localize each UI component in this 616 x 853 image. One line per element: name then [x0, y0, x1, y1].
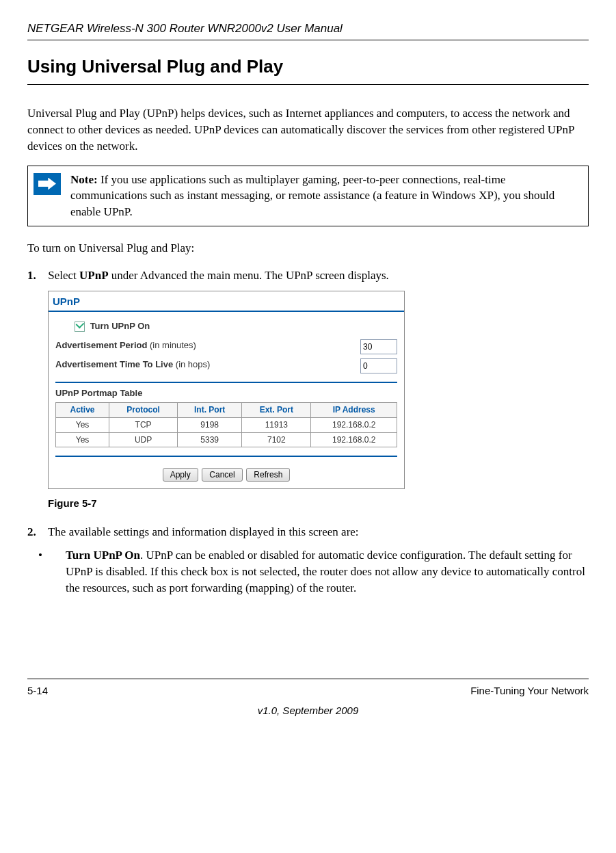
button-row: Apply Cancel Refresh — [55, 464, 397, 482]
bullet-item: •Turn UPnP On. UPnP can be enabled or di… — [66, 547, 589, 596]
note-arrow-icon — [34, 173, 61, 195]
refresh-button[interactable]: Refresh — [246, 468, 290, 482]
note-text: Note: If you use applications such as mu… — [68, 166, 588, 226]
step-1: 1. Select UPnP under Advanced the main m… — [27, 267, 589, 284]
step-2-text: The available settings and information d… — [48, 525, 359, 538]
cancel-button[interactable]: Cancel — [202, 468, 242, 482]
step-1-number: 1. — [27, 267, 45, 284]
heading-rule — [27, 84, 589, 85]
col-intport: Int. Port — [178, 402, 242, 417]
col-active: Active — [56, 402, 109, 417]
col-protocol: Protocol — [109, 402, 178, 417]
upnp-divider-2 — [55, 456, 397, 457]
intro-paragraph: Universal Plug and Play (UPnP) helps dev… — [27, 105, 589, 154]
cell-protocol: UDP — [109, 432, 178, 447]
cell-active: Yes — [56, 432, 109, 447]
note-body: If you use applications such as multipla… — [70, 173, 554, 219]
cell-extport: 7102 — [242, 432, 311, 447]
page-footer: 5-14 Fine-Tuning Your Network v1.0, Sept… — [27, 679, 589, 718]
document-header-title: NETGEAR Wireless-N 300 Router WNR2000v2 … — [27, 21, 589, 37]
procedure-intro: To turn on Universal Plug and Play: — [27, 240, 589, 257]
adv-ttl-hint: (in hops) — [173, 359, 210, 369]
footer-version: v1.0, September 2009 — [27, 703, 589, 718]
footer-chapter: Fine-Tuning Your Network — [470, 683, 589, 698]
footer-page-number: 5-14 — [27, 683, 48, 698]
note-label: Note: — [70, 173, 98, 186]
section-heading: Using Universal Plug and Play — [27, 54, 589, 79]
step-1-post: under Advanced the main menu. The UPnP s… — [109, 269, 389, 282]
table-header-row: Active Protocol Int. Port Ext. Port IP A… — [56, 402, 397, 417]
step-1-pre: Select — [48, 269, 79, 282]
note-box: Note: If you use applications such as mu… — [27, 166, 589, 226]
adv-ttl-label: Advertisement Time To Live — [55, 359, 173, 369]
upnp-divider — [55, 382, 397, 383]
adv-period-row: Advertisement Period (in minutes) — [55, 339, 397, 354]
adv-ttl-input[interactable] — [360, 358, 397, 373]
portmap-table: Active Protocol Int. Port Ext. Port IP A… — [55, 402, 397, 447]
cell-intport: 9198 — [178, 417, 242, 432]
step-2: 2. The available settings and informatio… — [27, 524, 589, 540]
bullet-dot-icon: • — [52, 547, 66, 564]
figure-label: Figure 5-7 — [48, 496, 589, 510]
cell-intport: 5339 — [178, 432, 242, 447]
step-2-number: 2. — [27, 524, 45, 540]
cell-ip: 192.168.0.2 — [311, 432, 397, 447]
portmap-table-label: UPnP Portmap Table — [55, 387, 397, 399]
col-ip: IP Address — [311, 402, 397, 417]
turn-upnp-on-checkbox[interactable] — [75, 321, 85, 332]
apply-button[interactable]: Apply — [163, 468, 198, 482]
bullet-text: . UPnP can be enabled or disabled for au… — [66, 549, 585, 594]
table-row: Yes UDP 5339 7102 192.168.0.2 — [56, 432, 397, 447]
adv-ttl-row: Advertisement Time To Live (in hops) — [55, 358, 397, 373]
table-row: Yes TCP 9198 11913 192.168.0.2 — [56, 417, 397, 432]
cell-ip: 192.168.0.2 — [311, 417, 397, 432]
cell-extport: 11913 — [242, 417, 311, 432]
cell-active: Yes — [56, 417, 109, 432]
bullet-bold: Turn UPnP On — [66, 549, 140, 562]
col-extport: Ext. Port — [242, 402, 311, 417]
step-1-bold: UPnP — [79, 269, 109, 282]
turn-upnp-on-label: Turn UPnP On — [90, 321, 150, 331]
header-rule — [27, 40, 589, 40]
upnp-screenshot: UPnP Turn UPnP On Advertisement Period (… — [48, 291, 405, 490]
adv-period-hint: (in minutes) — [147, 340, 196, 350]
adv-period-input[interactable] — [360, 339, 397, 354]
footer-rule — [27, 679, 589, 679]
cell-protocol: TCP — [109, 417, 178, 432]
turn-upnp-on-row: Turn UPnP On — [75, 320, 397, 332]
adv-period-label: Advertisement Period — [55, 340, 147, 350]
upnp-panel-title: UPnP — [49, 291, 404, 312]
